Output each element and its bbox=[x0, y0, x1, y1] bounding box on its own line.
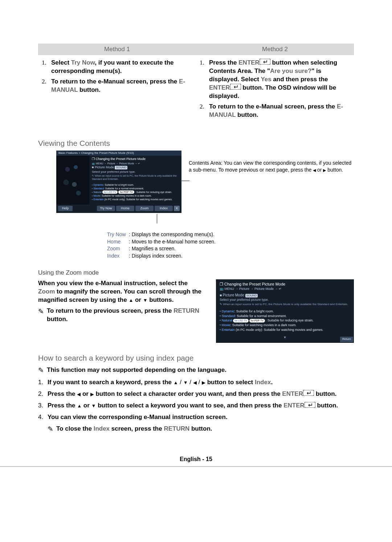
method2-step1: Press the ENTER button when selecting Co… bbox=[209, 59, 350, 100]
step-number: 2. bbox=[42, 78, 51, 86]
home-button[interactable]: Home bbox=[116, 206, 134, 212]
try-now-button[interactable]: Try Now bbox=[97, 206, 115, 212]
up-arrow-icon: ▲ bbox=[128, 297, 133, 303]
zoom-screenshot: ❐ Changing the Preset Picture Mode 📺 MEN… bbox=[216, 279, 354, 343]
enter-icon bbox=[305, 401, 315, 411]
contents-area-description: Contents Area: You can view the correspo… bbox=[189, 151, 354, 173]
footer-rule bbox=[0, 466, 392, 467]
enter-icon bbox=[260, 59, 270, 67]
index-button[interactable]: Index bbox=[155, 206, 173, 212]
search-step2: Press the ◀ or ▶ button to select a char… bbox=[48, 389, 336, 399]
emanual-screenshot: Basic Features > Changing the Preset Pic… bbox=[56, 151, 181, 213]
svg-rect-1 bbox=[230, 84, 241, 90]
step-number: 1. bbox=[42, 59, 51, 67]
search-keyword-title: How to search a keyword by using index p… bbox=[38, 354, 354, 362]
callout-line bbox=[181, 181, 189, 181]
method2-step2: To return to the e-Manual screen, press … bbox=[209, 103, 350, 119]
svg-rect-2 bbox=[303, 390, 314, 396]
search-step1: If you want to search a keyword, press t… bbox=[48, 378, 273, 387]
methods-table: Method 1 1. Select Try Now, if you want … bbox=[38, 44, 354, 128]
method1-step1: Select Try Now, if you want to execute t… bbox=[51, 59, 192, 75]
search-step3: Press the ▲ or ▼ button to select a keyw… bbox=[48, 401, 338, 410]
search-close-note: To close the Index screen, press the RET… bbox=[56, 424, 212, 435]
search-note: This function may not supported dependin… bbox=[47, 365, 226, 376]
left-arrow-icon: ◀ bbox=[313, 168, 316, 172]
zoom-button[interactable]: Zoom bbox=[135, 206, 154, 212]
zoom-description: When you view the e-Manual instruction, … bbox=[38, 279, 205, 324]
screenshot-toolbar: Help Try Now Home Zoom Index X bbox=[56, 205, 181, 213]
note-icon: ✎ bbox=[38, 365, 44, 376]
help-button[interactable]: Help bbox=[58, 206, 73, 212]
breadcrumb: Basic Features > Changing the Preset Pic… bbox=[56, 151, 181, 156]
method2-header: Method 2 bbox=[196, 44, 354, 55]
method1-step2: To return to the e-Manual screen, press … bbox=[51, 78, 192, 94]
close-button[interactable]: X bbox=[174, 206, 180, 212]
search-step4: You can view the corresponding e-Manual … bbox=[48, 412, 228, 422]
down-arrow-icon: ▼ bbox=[143, 297, 148, 303]
method1-header: Method 1 bbox=[38, 44, 196, 55]
callout-line bbox=[157, 214, 157, 223]
screenshot-thumbnail bbox=[56, 156, 90, 205]
enter-icon bbox=[230, 84, 241, 92]
toolbar-legend: Try Now: Displays the corresponding menu… bbox=[107, 231, 354, 259]
step-number: 1. bbox=[200, 59, 209, 67]
svg-rect-0 bbox=[260, 59, 270, 65]
note-icon: ✎ bbox=[38, 307, 44, 324]
return-button[interactable]: Return bbox=[340, 337, 353, 342]
step-number: 2. bbox=[200, 103, 209, 111]
zoom-mode-title: Using the Zoom mode bbox=[38, 269, 354, 276]
page-footer: English - 15 bbox=[38, 456, 354, 463]
note-icon: ✎ bbox=[48, 424, 53, 435]
viewing-contents-title: Viewing the Contents bbox=[38, 139, 354, 148]
enter-icon bbox=[303, 389, 314, 399]
svg-rect-3 bbox=[305, 402, 315, 408]
